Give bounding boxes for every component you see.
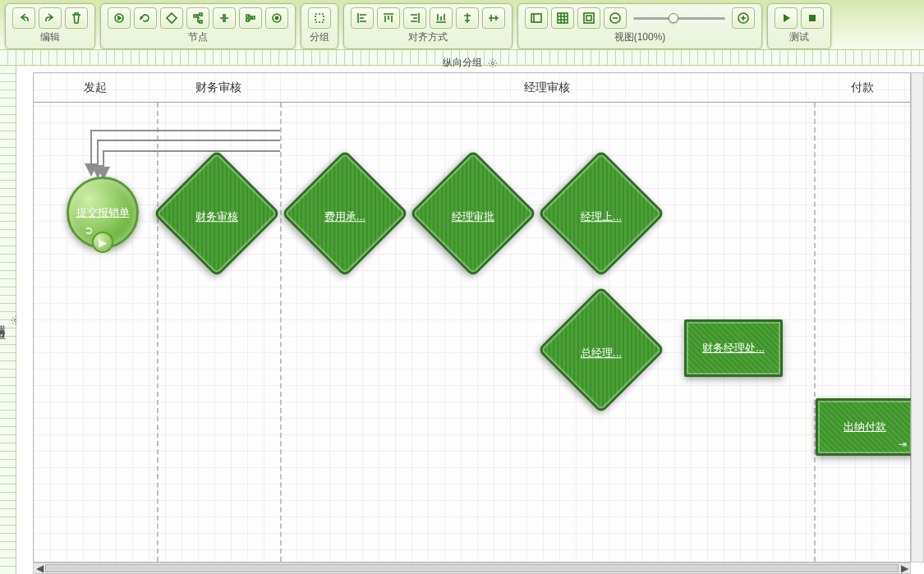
lane-separator (280, 103, 282, 562)
vsplit-node-button[interactable] (239, 7, 262, 29)
scroll-left-button[interactable]: ◀ (34, 563, 45, 573)
svg-rect-4 (531, 14, 541, 22)
align-bottom-button[interactable] (430, 7, 453, 29)
svg-rect-5 (558, 13, 568, 23)
undo-button[interactable] (12, 7, 35, 29)
canvas-area: 纵向分组 发起 财务审核 经理审核 付款 (16, 66, 924, 574)
enter-icon: ➲ (84, 223, 94, 236)
scroll-thumb[interactable] (45, 564, 899, 572)
end-node-button[interactable] (265, 7, 288, 29)
align-left-button[interactable] (351, 7, 374, 29)
svg-point-12 (492, 62, 494, 64)
scroll-right-button[interactable]: ▶ (899, 563, 910, 573)
svg-rect-6 (584, 13, 594, 23)
delete-button[interactable] (65, 7, 88, 29)
toolgroup-node: 节点 (100, 3, 296, 49)
align-top-button[interactable] (377, 7, 400, 29)
lane-header[interactable]: 发起 (34, 73, 157, 103)
task-node-fin-mgr[interactable]: 财务经理处... (684, 319, 783, 377)
align-right-button[interactable] (403, 7, 426, 29)
decision-node-finance[interactable]: 财务审核 (153, 149, 281, 278)
toolgroup-node-label: 节点 (188, 29, 208, 46)
svg-point-2 (275, 16, 279, 21)
align-hcenter-button[interactable] (456, 7, 479, 29)
start-node[interactable]: 提交报销单 ➲ ▶ (67, 177, 139, 249)
horizontal-group-title: 横向分组 (0, 66, 16, 574)
lane-header[interactable]: 经理审核 (280, 73, 814, 103)
svg-point-0 (115, 14, 123, 22)
toolbar: 编辑 节点 分组 对齐方式 (0, 0, 924, 49)
lane-separator (814, 103, 816, 562)
zoom-out-button[interactable] (604, 7, 627, 29)
toolgroup-edit: 编辑 (5, 3, 95, 49)
view-fit-button[interactable] (577, 7, 600, 29)
view-grid-button[interactable] (551, 7, 574, 29)
scrollbar-vertical[interactable] (911, 72, 924, 563)
lane-header[interactable]: 财务审核 (157, 73, 280, 103)
decision-node-mgr-up[interactable]: 经理上... (537, 149, 665, 278)
decision-node-button[interactable] (160, 7, 183, 29)
decision-node-gm[interactable]: 总经理... (537, 286, 665, 414)
toolgroup-view-label: 视图(100%) (614, 29, 666, 46)
start-node-button[interactable] (108, 7, 131, 29)
toolgroup-group-label: 分组 (310, 29, 329, 46)
zoom-in-button[interactable] (732, 7, 755, 29)
hjoin-node-button[interactable] (213, 7, 236, 29)
align-vcenter-button[interactable] (482, 7, 505, 29)
lane-header[interactable]: 付款 (814, 73, 910, 103)
loop-node-button[interactable] (134, 7, 157, 29)
svg-rect-3 (315, 14, 324, 22)
zoom-slider[interactable] (630, 7, 729, 29)
decision-node-cost[interactable]: 费用承... (281, 149, 409, 278)
toolgroup-group: 分组 (301, 3, 338, 49)
toolgroup-test-label: 测试 (789, 29, 809, 46)
task-node-pay[interactable]: 出纳付款⇥ (816, 398, 914, 456)
svg-rect-7 (586, 16, 591, 21)
canvas[interactable]: 纵向分组 发起 财务审核 经理审核 付款 (33, 72, 911, 563)
gear-icon[interactable] (488, 58, 498, 68)
stop-button[interactable] (801, 7, 824, 29)
run-button[interactable] (775, 7, 798, 29)
redo-button[interactable] (39, 7, 62, 29)
toolgroup-edit-label: 编辑 (40, 29, 60, 46)
play-icon: ▶ (92, 232, 113, 253)
vertical-group-title: 纵向分组 (34, 55, 910, 73)
view-actual-button[interactable] (525, 7, 548, 29)
svg-rect-10 (809, 15, 816, 21)
group-marquee-button[interactable] (308, 7, 331, 29)
scrollbar-horizontal[interactable]: ◀ ▶ (33, 563, 911, 574)
lane-separator (157, 103, 159, 562)
toolgroup-view: 视图(100%) (517, 3, 762, 49)
toolgroup-align-label: 对齐方式 (408, 29, 448, 46)
toolgroup-align: 对齐方式 (343, 3, 513, 49)
tree-node-button[interactable] (186, 7, 209, 29)
exit-icon: ⇥ (899, 439, 907, 450)
decision-node-mgr-approve[interactable]: 经理审批 (409, 149, 537, 278)
toolgroup-test: 测试 (767, 3, 831, 49)
